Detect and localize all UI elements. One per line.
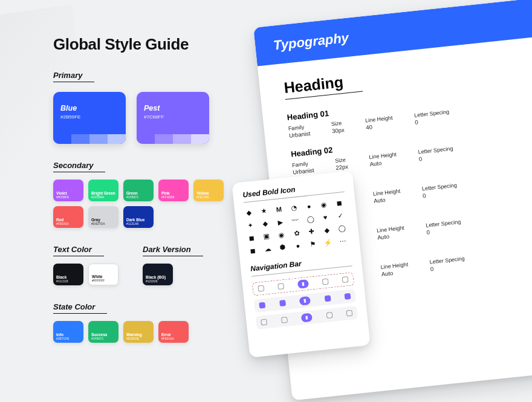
state-color-section-title: State Color [53,302,107,314]
gear-icon: ✿ [292,229,301,238]
tile-icon: ◼ [248,246,257,255]
chip-label: Black [56,275,80,279]
send-icon: ▶ [276,218,285,227]
user-icon [346,310,352,317]
navigation-bar-rows [252,272,358,329]
chip-hex: #1FDB84 [91,195,115,199]
typography-section-title: Heading [283,71,362,100]
color-chip: Gray#D6D7DA [88,206,118,228]
chip-hex: #111318 [56,279,80,283]
chip-hex: #FF4DB8 [161,195,186,199]
add-button[interactable] [301,313,313,323]
bolt-icon: ⚡ [323,238,332,247]
color-chip: Bright Green#1FDB84 [88,180,118,201]
color-chip: Info#2B7CFE [53,321,83,343]
bell-icon: ◆ [322,225,331,235]
image-icon: ▣ [262,232,271,241]
chip-hex: #121826 [146,279,170,283]
heart-icon: ♥ [320,213,329,222]
icon-card: Used Bold Icon ◆ ★ M ◔ ● ◉ ◼ ✦ ◆ ▶ 〰 ◯ ♥… [232,170,370,357]
state-color-row: Info#2B7CFESuccess#1FB871Warning#E0B93EE… [53,321,241,343]
chip-hex: #F65A5A [161,337,186,340]
primary-blue-shades [53,134,126,144]
user-icon [342,276,349,283]
add-button[interactable] [297,279,309,289]
color-chip: Red#F65A5A [53,206,83,228]
chip-hex: #1FB871 [126,195,151,199]
shield-icon: ⬢ [278,242,287,251]
primary-pest-hex: #7C66FF [144,114,164,120]
m-icon: M [274,205,284,214]
chip-label: Success [91,332,115,337]
chip-hex: #FFFFFF [92,279,115,282]
bell-icon [324,295,331,302]
grid-icon [281,317,288,323]
chip-label: Dark Blue [126,218,151,222]
color-chip: Success#1FB871 [88,321,118,343]
text-color-row: Black#111318White#FFFFFF [53,264,118,285]
color-chip: Black (BG)#121826 [143,264,173,285]
color-chip: Black#111318 [53,264,83,285]
chip-hex: #D6D7DA [91,222,115,225]
dot-icon: ● [304,201,313,210]
color-chip: White#FFFFFF [88,264,118,285]
primary-blue-label: Blue [60,104,77,112]
home-icon [259,302,265,309]
chip-label: Info [56,332,80,337]
size-value: 30px [331,126,345,134]
chip-hex: #1131A8 [126,222,151,225]
camera-icon: ◉ [277,230,286,239]
pin-icon: ● [293,241,302,250]
grid-icon [279,300,286,306]
primary-section-title: Primary [53,71,94,82]
secondary-section-title: Secondary [53,161,105,172]
color-chip: Green#1FB871 [123,180,154,201]
user-icon: ◉ [319,200,328,209]
chip-label: Gray [91,218,115,222]
home-icon [258,285,264,292]
color-chip: Dark Blue#1131A8 [123,206,154,228]
chip-label: Red [56,218,80,222]
color-chip: Error#F65A5A [158,321,189,343]
primary-pest-label: Pest [144,104,160,112]
icon-grid: ◆ ★ M ◔ ● ◉ ◼ ✦ ◆ ▶ 〰 ◯ ♥ ✓ ◼ ▣ ◉ ✿ ✚ ◆ … [244,198,350,255]
chip-label: Black (BG) [146,275,170,279]
secondary-grid: Violet#B05BFEBright Green#1FDB84Green#1F… [53,180,229,228]
color-chip: Pink#FF4DB8 [158,180,189,201]
family-value: Urbanist [293,167,314,176]
color-chip: Yellow#F6C445 [193,180,224,201]
primary-blue-card: Blue #2B59FE [53,92,126,144]
chip-label: Pink [161,191,186,195]
chip-label: Violet [56,191,80,195]
chip-label: Warning [126,332,151,337]
color-chip: Violet#B05BFE [53,180,83,201]
chip-hex: #F65A5A [56,222,80,225]
flag-icon: ⚑ [308,239,317,248]
box-icon: ◼ [247,233,256,242]
family-value: Urbanist [288,130,310,139]
chip-label: Green [126,191,151,195]
diamond-icon: ◆ [244,208,253,217]
chip-hex: #1FB871 [91,337,115,340]
ring-icon: ◯ [337,224,346,233]
primary-pest-card: Pest #7C66FF [137,92,209,144]
chip-label: Yellow [196,191,221,195]
bell-icon [326,312,332,319]
size-value: 22px [336,163,349,171]
color-chip: Warning#E0B93E [123,321,154,343]
clock-icon: ◔ [289,203,298,212]
phone-icon: ◆ [261,219,270,228]
dark-version-row: Black (BG)#121826 [143,264,203,285]
circle-icon: ◯ [306,214,315,223]
bird-icon: ✦ [245,221,255,230]
page-title: Global Style Guide [53,35,241,54]
chip-hex: #2B7CFE [56,337,80,340]
add-button[interactable] [299,296,311,306]
cloud-icon: ☁ [263,244,272,253]
dark-version-section-title: Dark Version [143,245,203,256]
check-icon: ✓ [336,211,345,220]
chip-hex: #E0B93E [126,337,151,340]
chip-hex: #F6C445 [196,195,221,199]
chip-label: White [92,274,115,279]
chip-label: Error [161,332,186,337]
